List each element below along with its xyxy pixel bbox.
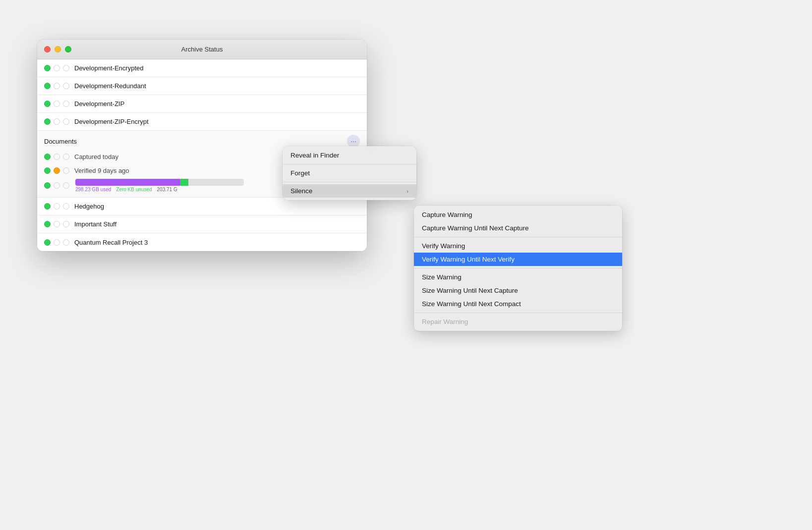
captured-today-label: Captured today xyxy=(74,153,118,160)
used-fill xyxy=(75,179,180,186)
minimize-button[interactable] xyxy=(55,46,61,53)
row-label: Development-ZIP xyxy=(74,100,124,107)
dot-empty xyxy=(54,65,60,71)
row-label: Development-Encrypted xyxy=(74,64,143,72)
dot-empty xyxy=(63,83,69,89)
traffic-lights xyxy=(44,46,71,53)
list-item[interactable]: Quantum Recall Project 3 xyxy=(37,233,367,251)
window-titlebar: Archive Status xyxy=(37,40,367,59)
dot-empty xyxy=(63,154,69,160)
dot-empty xyxy=(63,239,69,246)
dot-empty xyxy=(54,221,60,227)
status-dots xyxy=(44,239,69,246)
size-warning-item[interactable]: Size Warning xyxy=(414,270,622,284)
dot-green xyxy=(44,203,51,210)
silence-item[interactable]: Silence › xyxy=(283,184,416,198)
docs-title: Documents xyxy=(44,138,77,145)
menu-separator xyxy=(414,313,622,313)
dot-green xyxy=(44,154,51,160)
dot-empty xyxy=(63,118,69,125)
verify-warning-next-item[interactable]: Verify Warning Until Next Verify xyxy=(414,253,622,266)
list-item[interactable]: Development-Encrypted xyxy=(37,59,367,77)
list-item[interactable]: Important Stuff xyxy=(37,215,367,233)
status-dots xyxy=(44,182,69,189)
dot-empty xyxy=(63,167,69,174)
menu-separator xyxy=(283,164,416,164)
unused-label: Zero KB unused xyxy=(116,187,152,192)
dot-green xyxy=(44,65,51,71)
reveal-in-finder-item[interactable]: Reveal in Finder xyxy=(283,149,416,162)
list-item[interactable]: Development-ZIP xyxy=(37,95,367,113)
menu-separator xyxy=(283,182,416,182)
dot-green xyxy=(44,83,51,89)
size-warning-capture-item[interactable]: Size Warning Until Next Capture xyxy=(414,284,622,297)
row-label: Development-ZIP-Encrypt xyxy=(74,118,149,125)
silence-label: Silence xyxy=(290,187,312,195)
row-label: Development-Redundant xyxy=(74,82,146,90)
status-dots xyxy=(44,167,69,174)
dot-empty xyxy=(63,182,69,189)
submenu-arrow-icon: › xyxy=(406,188,408,194)
list-item[interactable]: Hedgehog xyxy=(37,198,367,215)
reveal-label: Reveal in Finder xyxy=(290,152,339,159)
size-warning-compact-item[interactable]: Size Warning Until Next Compact xyxy=(414,297,622,311)
size-warning-capture-label: Size Warning Until Next Capture xyxy=(422,287,518,294)
dot-empty xyxy=(63,221,69,227)
capture-warning-label: Capture Warning xyxy=(422,211,472,218)
status-dots xyxy=(44,83,69,89)
dot-empty xyxy=(54,154,60,160)
forget-item[interactable]: Forget xyxy=(283,166,416,180)
dot-empty xyxy=(63,65,69,71)
menu-separator xyxy=(414,237,622,237)
maximize-button[interactable] xyxy=(65,46,71,53)
list-item[interactable]: Development-ZIP-Encrypt xyxy=(37,113,367,131)
dot-green xyxy=(44,101,51,107)
status-dots xyxy=(44,221,69,227)
verified-label: Verified 9 days ago xyxy=(74,167,129,174)
context-menu-silence-submenu: Capture Warning Capture Warning Until Ne… xyxy=(414,206,622,331)
status-dots xyxy=(44,101,69,107)
used-label: 298.23 GB used xyxy=(75,187,111,192)
status-dots xyxy=(44,118,69,125)
dot-orange xyxy=(54,167,60,174)
row-label: Important Stuff xyxy=(74,220,116,228)
status-dots xyxy=(44,154,69,160)
dot-empty xyxy=(63,203,69,210)
capture-warning-item[interactable]: Capture Warning xyxy=(414,208,622,221)
close-button[interactable] xyxy=(44,46,51,53)
verify-warning-label: Verify Warning xyxy=(422,242,465,250)
storage-progress-bar xyxy=(75,179,244,186)
size-warning-label: Size Warning xyxy=(422,273,462,281)
list-item[interactable]: Development-Redundant xyxy=(37,77,367,95)
dot-green xyxy=(44,182,51,189)
status-dots xyxy=(44,65,69,71)
dot-green xyxy=(44,118,51,125)
row-label: Quantum Recall Project 3 xyxy=(74,239,148,246)
dot-green xyxy=(44,167,51,174)
dot-empty xyxy=(63,101,69,107)
dot-empty xyxy=(54,118,60,125)
dot-green xyxy=(44,221,51,227)
dot-empty xyxy=(54,239,60,246)
forget-label: Forget xyxy=(290,169,310,177)
archive-status-window: Archive Status Development-Encrypted Dev… xyxy=(37,40,367,251)
dot-empty xyxy=(54,101,60,107)
capture-warning-next-label: Capture Warning Until Next Capture xyxy=(422,224,529,232)
dot-empty xyxy=(54,83,60,89)
verify-warning-item[interactable]: Verify Warning xyxy=(414,239,622,253)
repair-warning-label: Repair Warning xyxy=(422,318,468,325)
remaining-label: 203.71 G xyxy=(157,187,177,192)
dot-empty xyxy=(54,182,60,189)
dot-green xyxy=(44,239,51,246)
row-label: Hedgehog xyxy=(74,203,104,210)
unused-fill xyxy=(180,179,188,186)
size-warning-compact-label: Size Warning Until Next Compact xyxy=(422,300,521,308)
context-menu-primary: Reveal in Finder Forget Silence › xyxy=(283,146,416,200)
verify-warning-next-label: Verify Warning Until Next Verify xyxy=(422,256,515,263)
ellipsis-icon: ··· xyxy=(350,137,356,145)
status-dots xyxy=(44,203,69,210)
window-title: Archive Status xyxy=(181,46,223,53)
capture-warning-next-item[interactable]: Capture Warning Until Next Capture xyxy=(414,221,622,235)
menu-separator xyxy=(414,268,622,268)
dot-empty xyxy=(54,203,60,210)
